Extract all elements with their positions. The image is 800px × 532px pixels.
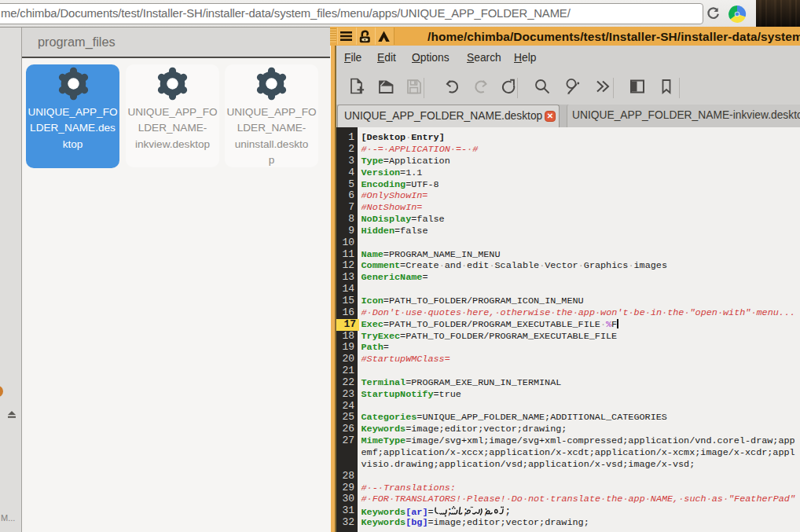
svg-text:;: ;	[505, 506, 510, 517]
svg-text:;: ;	[483, 506, 489, 517]
svg-text:;: ;	[446, 506, 453, 517]
svg-text:;: ;	[462, 506, 468, 517]
